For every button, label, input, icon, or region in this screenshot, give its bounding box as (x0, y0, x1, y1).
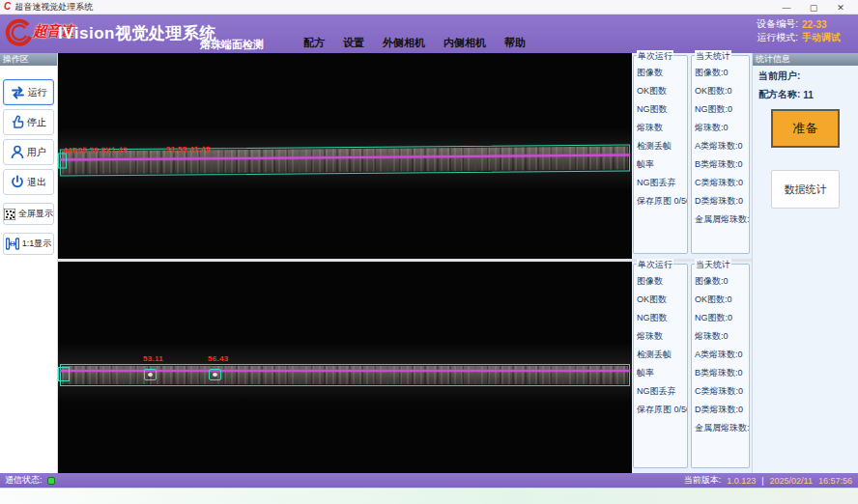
stat-row: A类熔珠数:0 (695, 137, 749, 155)
stat-row: NG图数:0 (695, 309, 749, 327)
stat-row: 保存原图 0/500 (637, 401, 687, 419)
stat-row: C类熔珠数:0 (695, 382, 749, 401)
measurement-annotation: 53.11 (143, 354, 163, 363)
stat-row: OK图数:0 (695, 82, 749, 100)
stat-row: D类熔珠数:0 (695, 192, 749, 210)
stat-row: OK图数 (637, 82, 687, 100)
one-to-one-icon (6, 238, 19, 250)
menu-item[interactable]: 设置 (341, 35, 366, 51)
fullscreen-grid-icon (4, 209, 15, 220)
window-title: 超音速视觉处理系统 (14, 1, 93, 14)
page-title: IVision视觉处理系统 (58, 22, 216, 44)
exit-button[interactable]: 退出 (3, 169, 54, 195)
app-header: 超音速 IVision视觉处理系统 熔珠端面检测 配方设置外侧相机内侧相机帮助 … (0, 14, 858, 53)
stat-row: 保存原图 0/500 (637, 192, 687, 210)
menu-item[interactable]: 配方 (301, 35, 327, 51)
stat-row: 熔珠数 (637, 119, 687, 137)
stat-row: NG图数:0 (695, 100, 749, 119)
version-value: 1.0.123 (727, 476, 756, 486)
info-panel-title: 统计信息 (753, 53, 858, 66)
recipe-name-label: 配方名称: (758, 88, 800, 101)
stat-row: 图像数 (637, 272, 687, 291)
maximize-icon[interactable]: ▢ (800, 0, 827, 14)
edge-marker (58, 367, 70, 381)
stat-row: OK图数 (637, 291, 687, 309)
stat-row: OK图数:0 (695, 291, 749, 309)
status-bar: 通信状态: 当前版本: 1.0.123 | 2025/02/11 16:57:5… (0, 473, 858, 488)
prepare-button[interactable]: 准备 (771, 109, 840, 148)
stop-hand-icon (11, 115, 24, 129)
detection-rect (60, 144, 630, 176)
stat-row: 熔珠数:0 (695, 119, 749, 137)
defect-marker (209, 369, 221, 380)
daily-stats-group: 当天统计 图像数:0OK图数:0NG图数:0熔珠数:0A类熔珠数:0B类熔珠数:… (691, 264, 750, 468)
menu-item[interactable]: 帮助 (502, 35, 528, 51)
stat-row: 熔珠数 (637, 327, 687, 346)
single-run-group: 单次运行 图像数OK图数NG图数熔珠数检测丢帧帧率NG图丢弃保存原图 0/500 (633, 264, 688, 468)
measurement-annotation: 44R05 39.8X1.49 (63, 146, 128, 155)
menu-item[interactable]: 外侧相机 (381, 35, 427, 51)
menubar: 配方设置外侧相机内侧相机帮助 (301, 35, 528, 51)
camera-viewport: 44R05 39.8X1.49 31.53 41.49 53.11 (58, 53, 632, 473)
stat-row: B类熔珠数:0 (695, 364, 749, 382)
daily-stats-group: 当天统计 图像数:0OK图数:0NG图数:0熔珠数:0A类熔珠数:0B类熔珠数:… (691, 55, 750, 254)
run-arrows-icon (11, 86, 25, 99)
date-value: 2025/02/11 (770, 476, 813, 486)
edge-marker (58, 154, 67, 169)
stats-panel: 单次运行 图像数OK图数NG图数熔珠数检测丢帧帧率NG图丢弃保存原图 0/500… (632, 53, 752, 473)
stat-row: 金属屑熔珠数:0 (695, 419, 749, 437)
stats-section-outer: 单次运行 图像数OK图数NG图数熔珠数检测丢帧帧率NG图丢弃保存原图 0/500… (632, 53, 752, 259)
run-mode-label: 运行模式: (757, 31, 798, 44)
recipe-name-value: 11 (803, 90, 814, 100)
stat-row: 图像数:0 (695, 64, 749, 82)
stat-row: 金属屑熔珠数:0 (695, 210, 749, 229)
desktop-strip (0, 488, 858, 504)
stop-button[interactable]: 停止 (3, 109, 54, 135)
stat-row: 帧率 (637, 364, 687, 382)
device-number-label: 设备编号: (757, 17, 798, 31)
stat-row: D类熔珠数:0 (695, 401, 749, 419)
measurement-annotation: 31.53 41.49 (166, 145, 211, 154)
menu-item[interactable]: 内侧相机 (442, 35, 488, 51)
stat-row: B类熔珠数:0 (695, 155, 749, 174)
stats-section-inner: 单次运行 图像数OK图数NG图数熔珠数检测丢帧帧率NG图丢弃保存原图 0/500… (632, 262, 752, 473)
stat-row: 熔珠数:0 (695, 327, 749, 346)
stat-row: 图像数:0 (695, 272, 749, 291)
sidebar-title: 操作区 (0, 53, 57, 66)
current-user-label: 当前用户: (758, 70, 800, 83)
stat-row: 帧率 (637, 155, 687, 174)
titlebar: C 超音速视觉处理系统 — ▢ ✕ (0, 0, 858, 14)
user-icon (11, 145, 24, 159)
stat-row: NG图丢弃 (637, 174, 687, 192)
stat-row: A类熔珠数:0 (695, 346, 749, 364)
stat-row: 图像数 (637, 64, 687, 82)
one-to-one-button[interactable]: 1:1显示 (3, 233, 54, 255)
stat-row: NG图数 (637, 309, 687, 327)
device-info: 设备编号: 22-33 运行模式: 手动调试 (757, 17, 852, 44)
comm-status-label: 通信状态: (5, 474, 43, 487)
power-icon (11, 175, 24, 189)
brand-swirl-icon (5, 18, 32, 49)
single-run-group: 单次运行 图像数OK图数NG图数熔珠数检测丢帧帧率NG图丢弃保存原图 0/500 (633, 55, 688, 254)
stat-row: NG图数 (637, 100, 687, 119)
data-statistics-button[interactable]: 数据统计 (771, 170, 840, 209)
run-button[interactable]: 运行 (3, 79, 54, 105)
app-icon: C (4, 2, 11, 12)
close-icon[interactable]: ✕ (827, 0, 854, 14)
defect-marker (144, 369, 157, 380)
info-panel: 统计信息 当前用户: 配方名称: 11 准备 数据统计 (752, 53, 858, 473)
sidebar-operations: 操作区 运行 停止 (0, 53, 58, 473)
camera-view-inner: 53.11 56.43 (58, 262, 632, 473)
camera-view-outer: 44R05 39.8X1.49 31.53 41.49 (58, 53, 632, 259)
stat-row: 检测丢帧 (637, 137, 687, 155)
run-mode-value: 手动调试 (802, 31, 852, 44)
user-button[interactable]: 用户 (3, 139, 54, 165)
device-number-value: 22-33 (802, 19, 852, 30)
stat-row: 检测丢帧 (637, 346, 687, 364)
fullscreen-button[interactable]: 全屏显示 (3, 203, 54, 225)
stat-row: C类熔珠数:0 (695, 174, 749, 192)
separator: | (761, 476, 763, 486)
comm-status-indicator (47, 477, 55, 485)
page-subtitle: 熔珠端面检测 (200, 38, 264, 52)
minimize-icon[interactable]: — (773, 0, 800, 14)
